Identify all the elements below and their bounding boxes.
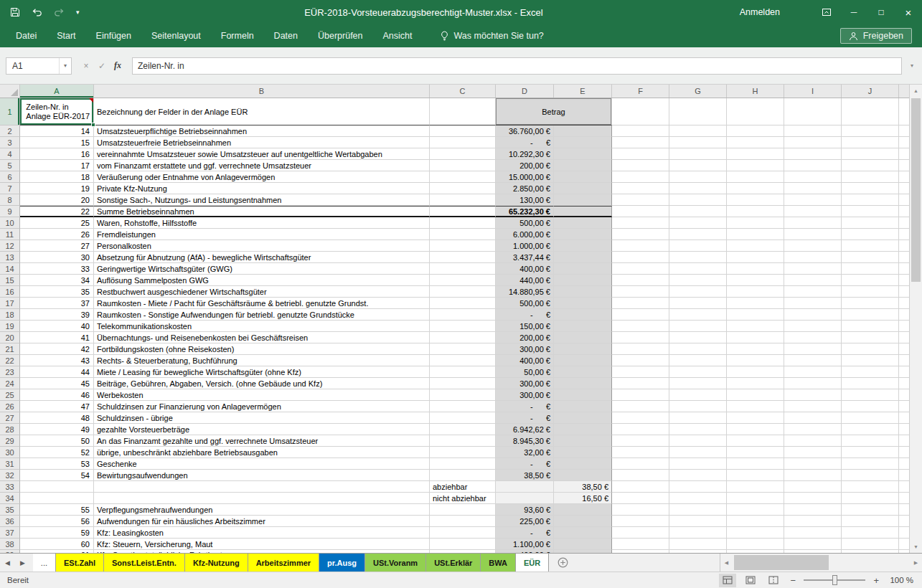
column-header-H[interactable]: H [727,85,784,98]
new-sheet-icon[interactable] [549,554,577,572]
cell-I33[interactable] [784,481,842,493]
cell-B5[interactable]: vom Finanzamt erstattete und ggf. verrec… [94,160,430,171]
cell-C18[interactable] [430,309,496,321]
cell-H29[interactable] [727,435,784,447]
cell-I23[interactable] [784,366,842,378]
cell-A29[interactable]: 50 [20,435,94,447]
cell-J36[interactable] [842,516,899,527]
cell-B3[interactable]: Umsatzsteuerfreie Betriebseinnahmen [94,137,430,148]
cell-D34[interactable] [496,493,554,504]
column-header-I[interactable]: I [784,85,842,98]
cell-I2[interactable] [784,125,842,137]
cell-J35[interactable] [842,504,899,516]
cell-E14[interactable] [554,263,612,275]
vertical-scroll-track[interactable] [910,97,922,541]
minimize-button[interactable]: ─ [840,0,867,24]
cell-E18[interactable] [554,309,612,321]
undo-icon[interactable] [32,9,42,16]
row-header-26[interactable]: 26 [0,401,20,412]
cell-I1[interactable] [784,98,842,125]
cell-C10[interactable] [430,217,496,229]
cell-B9[interactable]: Summe Betriebseinnahmen [94,206,430,217]
cell-B27[interactable]: Schuldzinsen - übrige [94,412,430,424]
cell-F30[interactable] [612,447,669,458]
ribbon-tab-formeln[interactable]: Formeln [211,24,264,47]
cell-D2[interactable]: 36.760,00 € [496,125,554,137]
cell-J1[interactable] [842,98,899,125]
cell-D21[interactable]: 300,00 € [496,343,554,355]
cell-B34[interactable] [94,493,430,504]
cell-H1[interactable] [727,98,784,125]
cell-C25[interactable] [430,389,496,401]
cell-E4[interactable] [554,148,612,160]
cell-A17[interactable]: 37 [20,298,94,309]
cell-I29[interactable] [784,435,842,447]
row-header-22[interactable]: 22 [0,355,20,366]
cell-C22[interactable] [430,355,496,366]
row-header-29[interactable]: 29 [0,435,20,447]
page-layout-view-icon[interactable] [742,574,759,587]
cell-C4[interactable] [430,148,496,160]
cell-G30[interactable] [669,447,727,458]
cell-B20[interactable]: Übernachtungs- und Reisenebenkosten bei … [94,332,430,343]
ribbon-tab-seitenlayout[interactable]: Seitenlayout [141,24,211,47]
cell-F34[interactable] [612,493,669,504]
cell-I17[interactable] [784,298,842,309]
cell-G6[interactable] [669,171,727,183]
cell-A35[interactable]: 55 [20,504,94,516]
column-header-B[interactable]: B [94,85,430,98]
cell-G8[interactable] [669,194,727,206]
row-header-20[interactable]: 20 [0,332,20,343]
cell-J22[interactable] [842,355,899,366]
cell-I35[interactable] [784,504,842,516]
cell-B39[interactable]: Kfz: Sonstige tatsächliche Fahrtkosten [94,550,430,553]
cell-G26[interactable] [669,401,727,412]
cell-F38[interactable] [612,539,669,550]
cell-A4[interactable]: 16 [20,148,94,160]
cell-F19[interactable] [612,321,669,332]
cell-F8[interactable] [612,194,669,206]
row-header-21[interactable]: 21 [0,343,20,355]
select-all-corner[interactable] [0,85,20,98]
cell-B12[interactable]: Personalkosten [94,240,430,252]
cell-J34[interactable] [842,493,899,504]
cell-B13[interactable]: Absetzung für Abnutzung (AfA) - beweglic… [94,252,430,263]
cell-F23[interactable] [612,366,669,378]
column-header-D[interactable]: D [496,85,554,98]
cell-E25[interactable] [554,389,612,401]
cell-A33[interactable] [20,481,94,493]
cell-A38[interactable]: 60 [20,539,94,550]
cell-E5[interactable] [554,160,612,171]
ribbon-tab-start[interactable]: Start [47,24,85,47]
cell-E39[interactable] [554,550,612,553]
cell-D22[interactable]: 400,00 € [496,355,554,366]
cell-C8[interactable] [430,194,496,206]
cell-A18[interactable]: 39 [20,309,94,321]
page-break-view-icon[interactable] [765,574,782,587]
cell-D20[interactable]: 200,00 € [496,332,554,343]
cell-A5[interactable]: 17 [20,160,94,171]
cell-E19[interactable] [554,321,612,332]
cell-E16[interactable] [554,286,612,298]
cell-E15[interactable] [554,275,612,286]
ribbon-tab-datei[interactable]: Datei [6,24,47,47]
cell-H39[interactable] [727,550,784,553]
cell-C6[interactable] [430,171,496,183]
cell-G15[interactable] [669,275,727,286]
cell-I6[interactable] [784,171,842,183]
cell-D16[interactable]: 14.880,95 € [496,286,554,298]
name-box[interactable]: A1 ▾ [6,57,72,75]
column-header-F[interactable]: F [612,85,669,98]
cell-B26[interactable]: Schuldzinsen zur Finanzierung von Anlage… [94,401,430,412]
cell-E36[interactable] [554,516,612,527]
cell-I16[interactable] [784,286,842,298]
cell-H33[interactable] [727,481,784,493]
cell-H36[interactable] [727,516,784,527]
cell-C7[interactable] [430,183,496,194]
row-header-31[interactable]: 31 [0,458,20,470]
row-header-37[interactable]: 37 [0,527,20,539]
row-header-39[interactable]: 39 [0,550,20,553]
cell-J6[interactable] [842,171,899,183]
column-header-E[interactable]: E [554,85,612,98]
cell-J13[interactable] [842,252,899,263]
